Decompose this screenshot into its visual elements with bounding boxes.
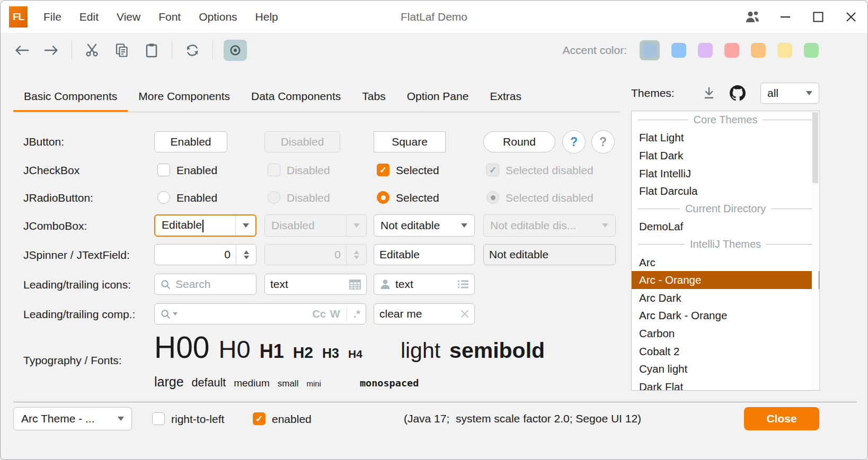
app-logo: FL [9, 6, 28, 28]
tab-tabs[interactable]: Tabs [351, 80, 396, 112]
user-icon [379, 278, 391, 290]
text-input-calendar[interactable]: text [264, 274, 367, 295]
theme-item-cobalt-2[interactable]: Cobalt 2 [632, 342, 819, 360]
checkbox-selected[interactable]: ✓ [377, 164, 389, 176]
minimize-button[interactable] [769, 1, 802, 33]
theme-item-dark-flat[interactable]: Dark Flat [632, 378, 819, 391]
search-dropdown-icon[interactable] [160, 309, 178, 320]
help-button-primary[interactable]: ? [562, 130, 586, 154]
enabled-checkbox[interactable]: ✓ [253, 412, 265, 425]
accent-swatch-selected-ring [640, 40, 660, 60]
text-input-user[interactable]: text [374, 274, 475, 295]
theme-item-flat-light[interactable]: Flat Light [632, 129, 819, 147]
round-button[interactable]: Round [483, 131, 555, 152]
tab-option-pane[interactable]: Option Pane [396, 80, 480, 112]
square-button[interactable]: Square [374, 131, 446, 152]
accent-swatch-blue[interactable] [671, 43, 686, 58]
menu-help[interactable]: Help [246, 1, 287, 33]
copy-icon[interactable] [112, 41, 131, 60]
combobox-disabled: Disabled [264, 214, 367, 237]
list-icon [457, 279, 469, 289]
maximize-button[interactable] [802, 1, 835, 33]
enabled-button[interactable]: Enabled [154, 131, 227, 152]
radio-enabled[interactable] [157, 191, 170, 204]
theme-item-arc[interactable]: Arc [632, 254, 819, 272]
theme-quick-combobox[interactable]: Arc Theme - ... [13, 407, 132, 430]
default-sample: default [192, 376, 226, 390]
tab-more-components[interactable]: More Components [128, 80, 241, 112]
radio-selected[interactable] [377, 191, 389, 204]
menu-file[interactable]: File [34, 1, 70, 33]
theme-item-arc-dark-orange[interactable]: Arc Dark - Orange [632, 307, 819, 325]
chevron-down-icon [243, 223, 249, 228]
tabs-divider [13, 112, 621, 112]
accent-swatch-green[interactable] [804, 43, 819, 58]
medium-sample: medium [234, 377, 270, 389]
close-button[interactable]: Close [744, 407, 819, 430]
spinner-down-icon[interactable] [244, 256, 249, 259]
github-icon[interactable] [730, 85, 746, 101]
tab-basic-components[interactable]: Basic Components [13, 80, 128, 112]
right-to-left-checkbox[interactable] [152, 412, 165, 425]
forward-button[interactable] [42, 41, 61, 60]
whole-word-button[interactable]: W [330, 308, 340, 320]
search-with-options-input[interactable]: Cc W .* [154, 303, 366, 324]
tab-data-components[interactable]: Data Components [241, 80, 351, 112]
themes-scrollbar[interactable] [812, 112, 819, 391]
jspinner-label: JSpinner / JTextField: [23, 249, 130, 261]
tab-extras[interactable]: Extras [479, 80, 532, 112]
help-button-secondary[interactable]: ? [591, 130, 615, 154]
typography-scales: large default medium small mini monospac… [154, 374, 631, 390]
scrollbar-thumb[interactable] [812, 112, 818, 183]
checkbox-enabled-label: Enabled [176, 164, 217, 177]
close-window-button[interactable] [835, 1, 867, 33]
theme-item-carbon[interactable]: Carbon [632, 324, 819, 342]
jcheckbox-label: JCheckBox [23, 164, 79, 177]
checkbox-enabled[interactable] [157, 164, 170, 176]
themes-filter-combobox[interactable]: all [760, 83, 819, 104]
menu-view[interactable]: View [108, 1, 149, 33]
theme-item-arc-orange[interactable]: Arc - Orange [632, 271, 819, 289]
match-case-button[interactable]: Cc [312, 308, 326, 320]
accent-swatch-yellow[interactable] [777, 43, 792, 58]
accent-swatch-orange[interactable] [751, 43, 766, 58]
paste-icon[interactable] [142, 41, 161, 60]
theme-item-demolaf[interactable]: DemoLaf [632, 218, 819, 236]
accent-color-group: Accent color: [563, 33, 819, 67]
clear-icon[interactable] [460, 310, 469, 318]
menu-font[interactable]: Font [149, 1, 190, 33]
accent-swatch-blue-muted[interactable] [642, 43, 657, 58]
search-placeholder: Search [175, 278, 211, 291]
theme-item-flat-dark[interactable]: Flat Dark [632, 147, 819, 165]
theme-item-cyan-light[interactable]: Cyan light [632, 360, 819, 378]
theme-item-flat-darcula[interactable]: Flat Darcula [632, 182, 819, 200]
back-button[interactable] [12, 41, 31, 60]
themes-separator: IntelliJ Themes [632, 236, 819, 254]
users-icon[interactable] [736, 1, 769, 33]
leading-trailing-comp-label: Leading/trailing comp.: [23, 308, 135, 321]
menu-edit[interactable]: Edit [70, 1, 108, 33]
spinner-down-icon [354, 256, 359, 259]
theme-item-flat-intellij[interactable]: Flat IntelliJ [632, 165, 819, 183]
accent-swatch-red[interactable] [724, 43, 739, 58]
combobox-not-editable[interactable]: Not editable [374, 214, 475, 237]
themes-separator: Current Directory [632, 200, 819, 218]
spinner[interactable]: 0 [154, 244, 256, 265]
menu-options[interactable]: Options [190, 1, 246, 33]
theme-item-arc-dark[interactable]: Arc Dark [632, 289, 819, 307]
spinner-up-icon[interactable] [244, 250, 249, 254]
clearable-input[interactable]: clear me [374, 303, 475, 324]
combobox-editable[interactable]: Editable [154, 214, 256, 237]
toolbar-separator [72, 41, 72, 59]
accent-swatch-purple[interactable] [698, 43, 713, 58]
radio-disabled-label: Disabled [287, 192, 330, 204]
regex-button[interactable]: .* [353, 308, 360, 320]
cut-icon[interactable] [83, 41, 102, 60]
light-weight-sample: light [401, 338, 440, 363]
download-icon[interactable] [702, 86, 716, 100]
refresh-icon[interactable] [183, 41, 202, 60]
search-input[interactable]: Search [154, 274, 256, 295]
inspect-toggle-button[interactable] [224, 40, 247, 61]
small-sample: small [278, 378, 299, 389]
textfield-editable[interactable]: Editable [374, 244, 475, 265]
